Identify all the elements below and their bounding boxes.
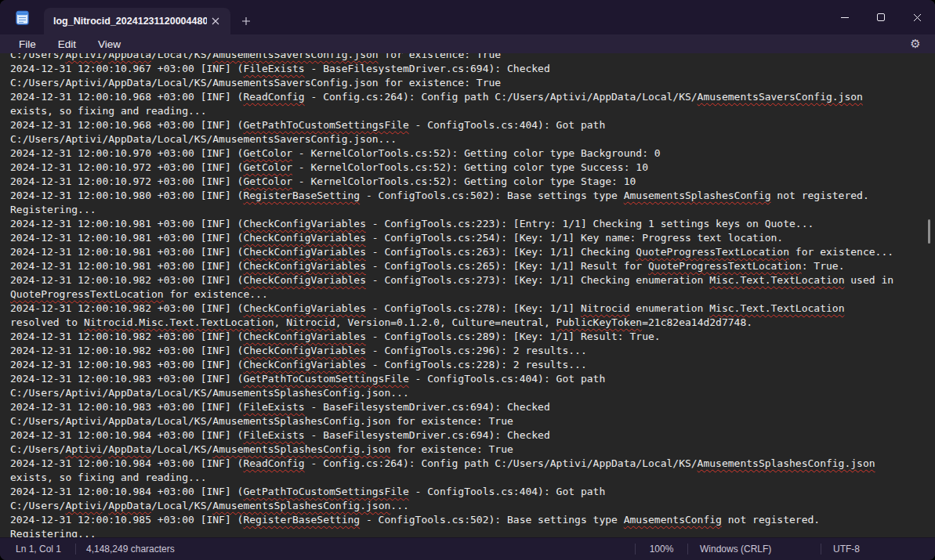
misspelled-word: RegisterBaseSetting xyxy=(243,190,360,201)
log-line: 2024-12-31 12:00:10.985 +03:00 [INF] (Re… xyxy=(10,513,893,527)
misspelled-word: AmusementsSplashesConfig.json xyxy=(698,457,875,469)
plus-icon xyxy=(241,16,251,26)
log-line: 2024-12-31 12:00:10.967 +03:00 [INF] (Fi… xyxy=(10,62,893,76)
misspelled-word: CheckConfigVariables xyxy=(243,302,366,314)
log-line: exists, so fixing and reading... xyxy=(10,104,893,118)
misspelled-word: CheckConfigVariables xyxy=(243,232,366,244)
misspelled-word: GetColor xyxy=(243,175,292,187)
misspelled-word: FileExists xyxy=(243,63,304,74)
titlebar: log_Nitrocid_202412311200044804 xyxy=(0,0,935,34)
log-line: 2024-12-31 12:00:10.972 +03:00 [INF] (Ge… xyxy=(10,175,893,189)
misspelled-word: GetPathToCustomSettingsFile xyxy=(243,486,408,497)
misspelled-word: ReadConfig xyxy=(243,91,304,103)
log-line: 2024-12-31 12:00:10.982 +03:00 [INF] (Ch… xyxy=(10,302,893,316)
log-line: 2024-12-31 12:00:10.984 +03:00 [INF] (Re… xyxy=(10,457,893,471)
close-button[interactable] xyxy=(899,0,935,34)
new-tab-button[interactable] xyxy=(237,13,255,30)
log-line: 2024-12-31 12:00:10.972 +03:00 [INF] (Ge… xyxy=(10,161,893,175)
misspelled-word: AppData xyxy=(108,500,151,511)
misspelled-word: QuoteProgressTextLocation xyxy=(648,260,802,272)
log-line: 2024-12-31 12:00:10.983 +03:00 [INF] (Fi… xyxy=(10,400,893,414)
close-icon xyxy=(913,13,922,22)
misspelled-word: AmusementsSaversConfig.json xyxy=(698,91,863,103)
maximize-icon xyxy=(877,13,885,21)
misspelled-word: Aptivi xyxy=(65,500,102,511)
misspelled-word: GetColor xyxy=(243,147,292,159)
log-line: 2024-12-31 12:00:10.983 +03:00 [INF] (Ge… xyxy=(10,372,893,386)
log-line: 2024-12-31 12:00:10.970 +03:00 [INF] (Ge… xyxy=(10,146,893,161)
log-line: C:/Users/Aptivi/AppData/Local/KS/Amuseme… xyxy=(10,76,893,90)
misspelled-word: RegisterBaseSetting xyxy=(243,514,360,526)
log-line: 2024-12-31 12:00:10.982 +03:00 [INF] (Ch… xyxy=(10,273,893,287)
gear-icon: ⚙︎ xyxy=(910,37,920,51)
log-line: C:/Users/Aptivi/AppData/Local/KS/Amuseme… xyxy=(10,499,893,513)
log-line: QuoteProgressTextLocation for existence.… xyxy=(10,287,893,302)
misspelled-word: AmusementsSplashesConfig.json xyxy=(212,443,390,455)
maximize-button[interactable] xyxy=(863,0,899,34)
status-encoding: UTF-8 xyxy=(821,544,935,555)
misspelled-word: QuoteProgressTextLocation xyxy=(10,288,164,300)
menu-item-view[interactable]: View xyxy=(87,37,132,52)
misspelled-word: AmusementsSaversConfig.json xyxy=(212,53,378,60)
misspelled-word: CheckConfigVariables xyxy=(243,218,366,229)
menu-item-edit[interactable]: Edit xyxy=(47,37,87,52)
log-line: resolved to Nitrocid.Misc.Text.TextLocat… xyxy=(10,316,893,330)
status-zoom-level: 100% xyxy=(636,544,687,555)
misspelled-word: AmusementsSplashesConfig.json xyxy=(212,500,390,511)
log-line: C:/Users/Aptivi/AppData/Local/KS/Amuseme… xyxy=(10,386,893,400)
log-line: 2024-12-31 12:00:10.984 +03:00 [INF] (Ge… xyxy=(10,485,893,499)
status-line-ending: Windows (CRLF) xyxy=(688,544,821,555)
minimize-icon xyxy=(841,17,849,18)
log-line: Registering... xyxy=(10,203,893,217)
vertical-scrollbar-thumb[interactable] xyxy=(928,219,930,244)
notepad-app-icon xyxy=(16,10,29,25)
status-character-count: 4,148,249 characters xyxy=(76,544,185,555)
misspelled-word: AppData xyxy=(108,53,151,60)
misspelled-word: GetPathToCustomSettingsFile xyxy=(243,373,408,385)
misspelled-word: CheckConfigVariables xyxy=(243,359,366,370)
log-line: 2024-12-31 12:00:10.984 +03:00 [INF] (Fi… xyxy=(10,428,893,443)
misspelled-word: Aptivi xyxy=(65,443,102,455)
close-icon xyxy=(212,17,219,25)
misspelled-word: FileExists xyxy=(243,429,304,441)
misspelled-word: QuoteProgressTextLocation xyxy=(636,246,789,258)
misspelled-word: CheckConfigVariables xyxy=(243,331,366,342)
log-line: 2024-12-31 12:00:10.981 +03:00 [INF] (Ch… xyxy=(10,245,893,259)
log-line: 2024-12-31 12:00:10.982 +03:00 [INF] (Ch… xyxy=(10,344,893,358)
menu-item-file[interactable]: File xyxy=(8,37,47,52)
misspelled-word: AmusementsSplashesConfig xyxy=(624,190,771,201)
misspelled-word: Nitrocid xyxy=(286,316,335,328)
misspelled-word: FileExists xyxy=(243,401,304,413)
log-line: C:/Users/Aptivi/AppData/Local/KS/Amuseme… xyxy=(10,443,893,457)
minimize-button[interactable] xyxy=(827,0,863,34)
log-line: Registering... xyxy=(10,527,893,537)
tab-log-file[interactable]: log_Nitrocid_202412311200044804 xyxy=(44,8,230,34)
log-line: 2024-12-31 12:00:10.980 +03:00 [INF] (Re… xyxy=(10,189,893,203)
misspelled-word: CheckConfigVariables xyxy=(243,345,366,356)
misspelled-word: ReadConfig xyxy=(243,457,304,469)
window-controls xyxy=(827,0,935,34)
menubar-items: FileEditView xyxy=(8,37,132,52)
misspelled-word: CheckConfigVariables xyxy=(243,246,366,258)
log-line: 2024-12-31 12:00:10.982 +03:00 [INF] (Ch… xyxy=(10,330,893,344)
misspelled-word: GetColor xyxy=(243,161,292,173)
misspelled-word: Nitrocid.Misc.Text.TextLocation xyxy=(84,316,274,328)
text-editor[interactable]: C:/Users/Aptivi/AppData/Local/KS/Amuseme… xyxy=(0,53,935,537)
statusbar: Ln 1, Col 1 4,148,249 characters 100% Wi… xyxy=(0,537,935,560)
log-line: 2024-12-31 12:00:10.968 +03:00 [INF] (Re… xyxy=(10,90,893,104)
notepad-window: log_Nitrocid_202412311200044804 xyxy=(0,0,935,560)
misspelled-word: AppData xyxy=(108,443,151,455)
log-line: 2024-12-31 12:00:10.983 +03:00 [INF] (Ch… xyxy=(10,358,893,372)
menubar: FileEditView ⚙︎ xyxy=(0,34,935,53)
misspelled-word: PublicKeyToken xyxy=(556,316,643,328)
misspelled-word: Misc.Text.TextLocation xyxy=(709,274,844,286)
tab-close-button[interactable] xyxy=(207,13,224,30)
log-line: 2024-12-31 12:00:10.981 +03:00 [INF] (Ch… xyxy=(10,217,893,231)
log-line: 2024-12-31 12:00:10.981 +03:00 [INF] (Ch… xyxy=(10,259,893,273)
misspelled-word: GetPathToCustomSettingsFile xyxy=(243,119,408,131)
settings-button[interactable]: ⚙︎ xyxy=(905,35,926,52)
misspelled-word: AmusementsConfig xyxy=(624,514,722,526)
status-cursor-position: Ln 1, Col 1 xyxy=(0,544,75,555)
tab-title: log_Nitrocid_202412311200044804 xyxy=(53,16,207,27)
misspelled-word: Aptivi xyxy=(65,53,102,60)
